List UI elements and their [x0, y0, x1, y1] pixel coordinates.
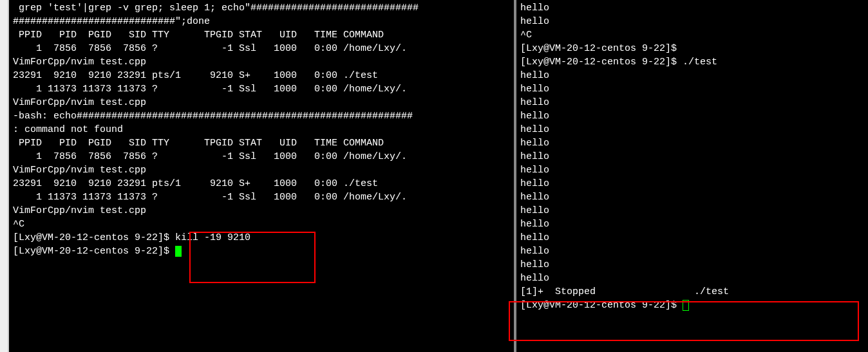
- terminal-line: VimForCpp/nvim test.cpp: [13, 204, 510, 218]
- terminal-line: VimForCpp/nvim test.cpp: [13, 55, 510, 69]
- terminal-line: hello: [520, 69, 864, 82]
- terminal-line: hello: [520, 218, 864, 231]
- terminal-line: grep 'test'|grep -v grep; sleep 1; echo"…: [13, 1, 510, 15]
- terminal-line: -bash: echo#############################…: [13, 109, 510, 123]
- left-gutter: [0, 0, 8, 352]
- terminal-line: 1 7856 7856 7856 ? -1 Ssl 1000 0:00 /hom…: [13, 42, 510, 55]
- terminal-line: ############################";done: [13, 15, 510, 28]
- terminal-line: 1 11373 11373 11373 ? -1 Ssl 1000 0:00 /…: [13, 82, 510, 96]
- terminal-right-prompt-b: [Lxy@VM-20-12-centos 9-22]$ ./test: [520, 55, 864, 69]
- terminal-right-prompt-a: [Lxy@VM-20-12-centos 9-22]$: [520, 42, 864, 55]
- terminal-line: hello: [520, 15, 864, 28]
- terminal-line: hello: [520, 272, 864, 285]
- terminal-left-prompt-2[interactable]: [Lxy@VM-20-12-centos 9-22]$: [13, 245, 510, 258]
- prompt-command: kill -19 9210: [175, 232, 250, 243]
- terminal-line: 1 7856 7856 7856 ? -1 Ssl 1000 0:00 /hom…: [13, 150, 510, 163]
- prompt-text: [Lxy@VM-20-12-centos 9-22]$: [13, 246, 175, 257]
- terminal-line: VimForCpp/nvim test.cpp: [13, 96, 510, 109]
- terminal-line: 23291 9210 9210 23291 pts/1 9210 S+ 1000…: [13, 177, 510, 190]
- terminal-line: ^C: [13, 218, 510, 231]
- terminal-panes: grep 'test'|grep -v grep; sleep 1; echo"…: [0, 0, 868, 352]
- terminal-line: hello: [520, 150, 864, 163]
- terminal-line: 23291 9210 9210 23291 pts/1 9210 S+ 1000…: [13, 69, 510, 82]
- prompt-text: [Lxy@VM-20-12-centos 9-22]$: [520, 300, 683, 311]
- terminal-line: : command not found: [13, 123, 510, 136]
- terminal-line: 1 11373 11373 11373 ? -1 Ssl 1000 0:00 /…: [13, 190, 510, 204]
- terminal-line: hello: [520, 82, 864, 96]
- terminal-line: ^C: [520, 28, 864, 42]
- terminal-line: hello: [520, 163, 864, 177]
- terminal-line: hello: [520, 96, 864, 109]
- terminal-line: hello: [520, 190, 864, 204]
- terminal-line: hello: [520, 123, 864, 136]
- prompt-text: [Lxy@VM-20-12-centos 9-22]$: [520, 57, 683, 68]
- terminal-line: VimForCpp/nvim test.cpp: [13, 163, 510, 177]
- terminal-line: hello: [520, 245, 864, 258]
- terminal-line: hello: [520, 258, 864, 272]
- terminal-line: hello: [520, 204, 864, 218]
- terminal-left-prompt-1: [Lxy@VM-20-12-centos 9-22]$ kill -19 921…: [13, 231, 510, 245]
- prompt-command: ./test: [683, 57, 717, 68]
- terminal-right-prompt-c[interactable]: [Lxy@VM-20-12-centos 9-22]$: [520, 299, 864, 312]
- cursor-outline-icon: [683, 300, 689, 311]
- terminal-right[interactable]: hellohello^C [Lxy@VM-20-12-centos 9-22]$…: [515, 0, 868, 352]
- prompt-text: [Lxy@VM-20-12-centos 9-22]$: [13, 232, 175, 243]
- terminal-line: hello: [520, 136, 864, 150]
- terminal-left[interactable]: grep 'test'|grep -v grep; sleep 1; echo"…: [8, 0, 515, 352]
- cursor-icon: [175, 246, 182, 257]
- terminal-right-output-hellos: hellohellohellohellohellohellohellohello…: [520, 69, 864, 285]
- terminal-left-output: grep 'test'|grep -v grep; sleep 1; echo"…: [13, 1, 510, 231]
- terminal-line: hello: [520, 231, 864, 245]
- terminal-line: hello: [520, 109, 864, 123]
- terminal-right-output-top: hellohello^C: [520, 1, 864, 42]
- terminal-line: hello: [520, 1, 864, 15]
- job-stopped-line: [1]+ Stopped ./test: [520, 285, 864, 299]
- terminal-line: hello: [520, 177, 864, 190]
- terminal-line: PPID PID PGID SID TTY TPGID STAT UID TIM…: [13, 28, 510, 42]
- terminal-line: PPID PID PGID SID TTY TPGID STAT UID TIM…: [13, 136, 510, 150]
